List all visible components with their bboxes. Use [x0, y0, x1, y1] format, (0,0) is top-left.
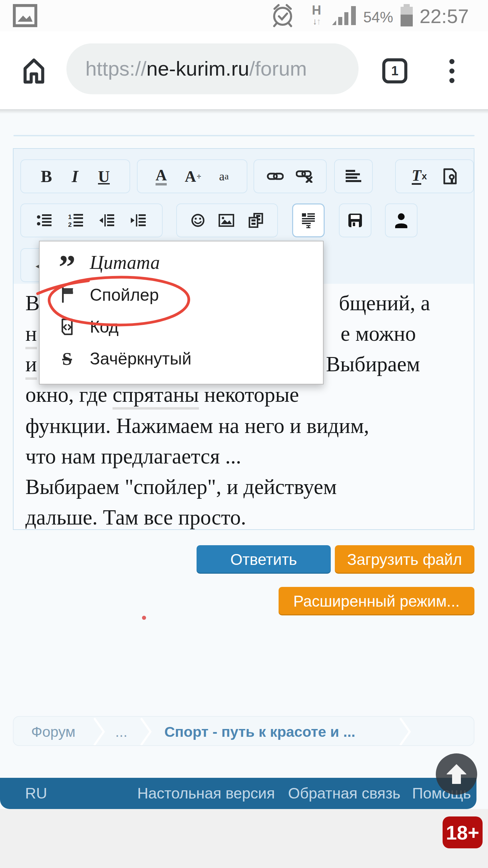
chevron-separator-icon: [399, 717, 412, 746]
footer-link-desktop-version[interactable]: Настольная версия: [137, 778, 275, 809]
remove-format-t: T: [412, 168, 421, 185]
url-bar[interactable]: https://ne-kurim.ru/forum: [66, 43, 359, 94]
tab-counter-icon[interactable]: 1: [382, 58, 407, 83]
divider-line: [14, 135, 474, 136]
breadcrumb-item-forum[interactable]: Форум: [31, 717, 76, 746]
code-icon: [55, 318, 80, 335]
network-activity-arrows-icon: ↓↑: [308, 17, 325, 26]
editor-line: окно, где спрятаны некоторые: [25, 382, 299, 407]
footer-link-feedback[interactable]: Обратная связь: [288, 778, 401, 809]
url-scheme: https://: [85, 57, 146, 80]
toolbar-group-align: [334, 159, 373, 193]
unlink-icon[interactable]: [296, 170, 313, 183]
media-icon[interactable]: [248, 213, 264, 228]
editor-line: функции. Нажимаем на него и видим,: [25, 414, 369, 438]
status-bar: H ↓↑ 54% 22:57: [0, 0, 488, 31]
letter-case-icon[interactable]: aa: [219, 169, 229, 183]
toolbar-group-tools: Tx: [395, 159, 474, 193]
advanced-mode-button[interactable]: Расширенный режим...: [279, 587, 474, 615]
breadcrumb-item-current[interactable]: Спорт - путь к красоте и ...: [164, 717, 355, 746]
user-icon[interactable]: [394, 213, 408, 228]
forum-page: B I U A A÷ aa: [0, 109, 488, 868]
editor-line-fragment: е можно: [341, 321, 416, 346]
chevron-separator-icon: [140, 717, 152, 746]
font-size-mark: ÷: [197, 172, 201, 181]
stray-red-dot: [142, 616, 146, 620]
numbered-list-icon[interactable]: 1 2: [68, 213, 84, 228]
editor-line: что нам предлагается ...: [25, 444, 241, 469]
case-a2: a: [225, 171, 229, 182]
breadcrumb: Форум ... Спорт - путь к красоте и ...: [13, 716, 474, 746]
menu-item-label: Цитата: [90, 252, 160, 273]
editor-text: окно, где: [25, 383, 113, 407]
browser-toolbar: https://ne-kurim.ru/forum 1: [0, 31, 488, 109]
save-icon[interactable]: [348, 213, 363, 228]
signal-bars-icon: [332, 5, 357, 26]
menu-item-code[interactable]: Код: [40, 311, 323, 342]
menu-item-label: Зачёркнутый: [90, 349, 191, 369]
strike-glyph: S: [62, 349, 72, 369]
menu-item-quote[interactable]: ” Цитата: [40, 247, 323, 278]
age-badge: 18+: [443, 816, 483, 848]
svg-text:1: 1: [68, 213, 72, 220]
toolbar-group-link: [253, 159, 327, 193]
upload-file-button[interactable]: Загрузить файл: [335, 545, 474, 574]
toolbar-group-font: A A÷ aa: [137, 159, 247, 193]
bold-icon[interactable]: B: [41, 166, 52, 186]
link-icon[interactable]: [267, 172, 284, 181]
tab-count-label: 1: [391, 64, 398, 78]
bottom-gray-area: [0, 809, 488, 868]
flag-icon: [55, 286, 80, 304]
outdent-icon[interactable]: [99, 214, 115, 227]
breadcrumb-item-ellipsis[interactable]: ...: [115, 717, 127, 746]
editor-line: Выбираем "спойлер", и действуем: [25, 475, 337, 499]
toolbar-group-media: [176, 203, 278, 237]
bullet-list-icon[interactable]: [37, 214, 52, 227]
block-formats-icon[interactable]: [301, 213, 316, 228]
remove-format-icon[interactable]: Tx: [412, 168, 427, 185]
align-icon[interactable]: [346, 170, 361, 183]
italic-icon[interactable]: I: [72, 166, 78, 186]
url-text: https://ne-kurim.ru/forum: [85, 43, 307, 94]
indent-icon[interactable]: [131, 214, 146, 227]
editor-line: дальше. Там все просто.: [25, 505, 246, 530]
scroll-to-top-button[interactable]: [436, 753, 477, 795]
menu-item-spoiler[interactable]: Спойлер: [40, 279, 323, 311]
footer-bar: RU Настольная версия Обратная связь Помо…: [0, 778, 476, 809]
font-color-icon[interactable]: A: [156, 167, 167, 185]
home-icon[interactable]: [20, 55, 47, 85]
quote-icon: ”: [55, 251, 80, 274]
reply-button[interactable]: Ответить: [197, 545, 331, 574]
underline-icon[interactable]: U: [98, 167, 110, 186]
clock-label: 22:57: [420, 5, 469, 27]
menu-item-label: Спойлер: [90, 285, 159, 305]
svg-text:2: 2: [68, 221, 72, 228]
quote-glyph: ”: [59, 260, 76, 274]
smiley-icon[interactable]: [191, 213, 205, 228]
toolbar-group-save: [339, 203, 371, 237]
editor-line-fragment: н: [25, 321, 37, 349]
network-indicator: H ↓↑: [308, 3, 325, 26]
network-mode-label: H: [308, 3, 325, 17]
remove-format-x: x: [422, 171, 427, 182]
battery-percent-label: 54%: [363, 9, 393, 26]
footer-language[interactable]: RU: [25, 778, 47, 809]
formats-dropdown-menu: ” Цитата Спойлер Код S: [39, 241, 324, 384]
editor-line-fragment: В: [25, 291, 40, 316]
overflow-menu-icon[interactable]: [449, 59, 455, 87]
editor-text-spellcheck: спрятаны: [113, 383, 199, 410]
case-a1: a: [219, 169, 225, 183]
page-properties-icon[interactable]: [443, 168, 457, 184]
browser-shadow: [0, 109, 488, 114]
screenshot-image-icon: [13, 4, 37, 27]
toolbar-group-text-style: B I U: [20, 159, 130, 193]
url-path: /forum: [249, 57, 307, 80]
menu-item-strikethrough[interactable]: S Зачёркнутый: [40, 343, 323, 374]
font-size-icon[interactable]: A÷: [185, 167, 201, 185]
url-host: ne-kurim.ru: [146, 57, 249, 80]
font-size-letter: A: [185, 167, 196, 185]
strikethrough-icon: S: [55, 349, 80, 369]
chevron-separator-icon: [93, 717, 106, 746]
menu-item-label: Код: [90, 317, 119, 337]
image-icon[interactable]: [219, 214, 234, 227]
